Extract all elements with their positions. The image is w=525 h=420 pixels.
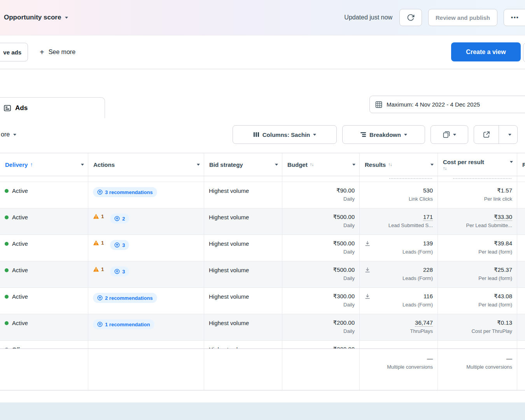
opportunity-score-dropdown[interactable]: Opportunity score — [4, 14, 68, 21]
cost-value: ₹25.37 — [494, 266, 512, 273]
summary-row: — Multiple conversions — Multiple conver… — [0, 348, 525, 390]
recommendations-badge[interactable]: 3 — [110, 266, 129, 276]
column-header-budget[interactable]: Budget ↑↓ — [282, 153, 360, 176]
budget-value: ₹500.00 — [333, 214, 355, 220]
results-cell: 116 Leads (Form) — [360, 288, 438, 314]
recommendations-label: 2 — [122, 216, 125, 222]
chevron-down-icon[interactable] — [510, 161, 513, 163]
warning-icon — [93, 214, 99, 219]
actions-cell: 3 recommendations — [88, 182, 204, 208]
column-header-cost-per-result[interactable]: Cost per result ↑↓ — [438, 153, 517, 176]
refresh-icon — [407, 14, 415, 21]
chevron-down-icon — [65, 17, 68, 19]
tab-ads[interactable]: Ads — [0, 97, 105, 118]
recommendations-badge[interactable]: 3 — [110, 240, 129, 250]
circle-arrow-up-icon — [97, 295, 103, 301]
chevron-down-icon[interactable] — [352, 164, 355, 166]
summary-budget-cell — [282, 349, 360, 390]
clipped-button-right[interactable] — [523, 43, 525, 62]
columns-icon — [253, 131, 259, 138]
reach-cell-clipped — [517, 208, 525, 234]
breakdown-button[interactable]: Breakdown — [342, 125, 425, 144]
summary-actions-cell — [88, 349, 204, 390]
export-options-button[interactable] — [502, 126, 517, 144]
export-split-button — [474, 125, 518, 144]
download-icon[interactable] — [365, 267, 370, 273]
results-cell: 36,747 ThruPlays — [360, 314, 438, 340]
clipped-view-filter-button[interactable]: ve ads — [0, 43, 28, 61]
recommendations-badge[interactable]: 2 — [110, 214, 129, 224]
ellipsis-icon: ••• — [511, 14, 519, 21]
column-header-actions[interactable]: Actions — [88, 153, 204, 176]
topbar: Opportunity score Updated just now Revie… — [0, 0, 525, 35]
table-row[interactable]: Active 1 3 Highest volume ₹500.0 — [0, 235, 525, 261]
columns-button[interactable]: Columns: Sachin — [233, 125, 337, 144]
table-toolbar: ore Columns: Sachin Br — [0, 125, 525, 144]
results-cell: 171 Lead Submitted S... — [360, 208, 438, 234]
review-and-publish-button[interactable]: Review and publish — [428, 9, 497, 26]
budget-cell: ₹500.00 Daily — [282, 261, 360, 287]
cost-per-result-cell: ₹43.08 Per lead (form) — [438, 288, 517, 314]
bid-strategy-cell: Highest volume — [204, 288, 282, 314]
download-icon[interactable] — [365, 294, 370, 299]
table-row[interactable]: Active 3 recommendations Highest volume … — [0, 182, 525, 208]
summary-results-value: — — [364, 355, 433, 362]
more-options-button[interactable]: ••• — [504, 9, 525, 26]
recommendations-label: 1 recommendation — [105, 322, 150, 327]
summary-bid-cell — [204, 349, 282, 390]
column-header-bid-strategy[interactable]: Bid strategy — [204, 153, 282, 176]
results-label: Lead Submitted S... — [364, 222, 433, 229]
export-icon — [483, 131, 490, 138]
delivery-cell: Active — [0, 208, 88, 234]
cost-label: Per lead (form) — [443, 249, 512, 255]
table-row[interactable]: Active 1 2 Highest volume ₹500.0 — [0, 208, 525, 235]
more-dropdown-clipped[interactable]: ore — [1, 125, 16, 144]
circle-arrow-up-icon — [97, 322, 103, 327]
ads-icon — [4, 104, 11, 112]
budget-period: Daily — [287, 302, 355, 308]
insights-strip — [0, 402, 525, 420]
warning-badge[interactable]: 1 — [93, 240, 104, 246]
reports-button[interactable] — [430, 125, 468, 144]
sort-toggle-icon[interactable]: ↑↓ — [443, 166, 513, 171]
recommendations-label: 3 — [122, 242, 125, 248]
recommendations-badge[interactable]: 3 recommendations — [93, 187, 157, 197]
chevron-down-icon[interactable] — [197, 164, 200, 166]
active-status-dot — [5, 268, 9, 272]
recommendations-badge[interactable]: 1 recommendation — [93, 319, 154, 329]
recommendations-label: 3 recommendations — [105, 189, 153, 195]
refresh-button[interactable] — [399, 9, 422, 26]
export-button[interactable] — [474, 126, 499, 144]
sort-toggle-icon[interactable]: ↑↓ — [310, 162, 314, 167]
warning-badge[interactable]: 1 — [93, 266, 104, 272]
cost-per-result-cell: ₹25.37 Per lead (form) — [438, 261, 517, 287]
sort-toggle-icon[interactable]: ↑↓ — [388, 162, 392, 167]
table-row[interactable]: Active 2 recommendations Highest volume … — [0, 288, 525, 314]
delivery-cell: Active — [0, 261, 88, 287]
chevron-down-icon[interactable] — [430, 164, 434, 166]
bid-strategy-value: Highest volume — [209, 346, 249, 348]
date-range-button[interactable]: Maximum: 4 Nov 2022 - 4 Dec 2025 — [369, 96, 525, 113]
chevron-down-icon — [508, 134, 511, 136]
recommendations-badge[interactable]: 2 recommendations — [93, 293, 157, 303]
table-row[interactable]: Active 1 3 Highest volume ₹500.0 — [0, 261, 525, 288]
warning-badge[interactable]: 1 — [93, 214, 104, 219]
budget-value: ₹200.00 — [333, 319, 355, 326]
column-header-delivery[interactable]: Delivery ↑ — [0, 153, 88, 176]
chevron-down-icon[interactable] — [81, 164, 84, 166]
download-icon[interactable] — [365, 241, 370, 246]
budget-value: ₹500.00 — [333, 266, 355, 273]
table-row[interactable]: Off Highest volume ₹200.00 Daily — [0, 341, 525, 348]
actions-cell — [88, 341, 204, 348]
table-row[interactable]: Active 1 recommendation Highest volume ₹… — [0, 314, 525, 341]
create-a-view-button[interactable]: Create a view — [451, 42, 521, 61]
column-header-results[interactable]: Results ↑↓ — [360, 153, 438, 176]
results-header-label: Results — [365, 161, 386, 168]
column-header-reach-clipped[interactable]: R — [517, 153, 525, 176]
see-more-label: See more — [49, 49, 75, 56]
budget-period: Daily — [287, 249, 355, 255]
cost-value: ₹43.08 — [494, 293, 512, 299]
see-more-button[interactable]: + See more — [37, 43, 78, 61]
chevron-down-icon[interactable] — [275, 164, 278, 166]
chevron-down-icon — [453, 134, 456, 136]
